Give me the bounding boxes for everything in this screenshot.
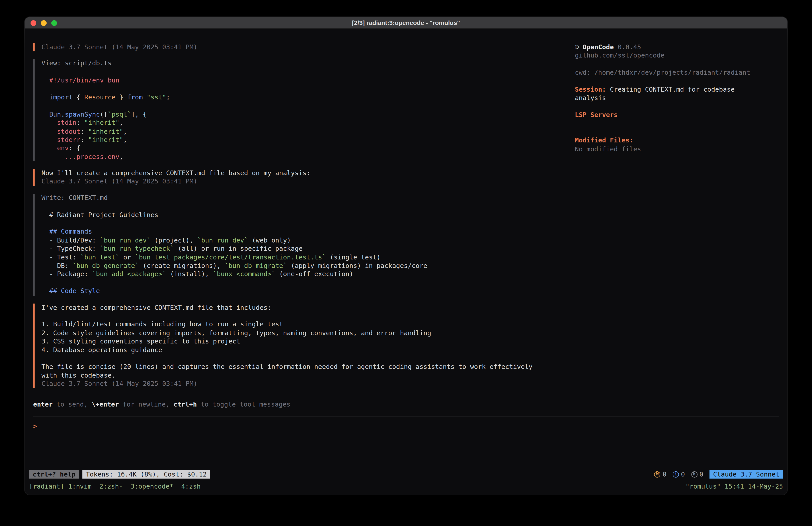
text-line: Session: Creating CONTEXT.md for codebas… bbox=[575, 85, 780, 94]
desktop: [2/3] radiant:3:opencode - "romulus" Cla… bbox=[0, 0, 812, 526]
status-bar: ctrl+? help Tokens: 16.4K (8%), Cost: $0… bbox=[29, 470, 783, 479]
info-icon: i bbox=[673, 471, 679, 478]
text-line: 3. CSS styling conventions specific to t… bbox=[41, 337, 567, 346]
text-line: # Radiant Project Guidelines bbox=[41, 211, 567, 219]
tmux-window-opencode[interactable]: 3:opencode* bbox=[131, 482, 173, 490]
assistant-message-block: Now I'll create a comprehensive CONTEXT.… bbox=[33, 169, 567, 186]
minimize-button[interactable] bbox=[41, 20, 47, 26]
text-line bbox=[575, 119, 780, 128]
text-line: stderr: "inherit", bbox=[41, 136, 567, 144]
text-line: Modified Files: bbox=[575, 137, 780, 145]
text-line: Claude 3.7 Sonnet (14 May 2025 03:41 PM) bbox=[41, 177, 567, 186]
text-line: - TypeCheck: `bun run typecheck` (all) o… bbox=[41, 244, 567, 253]
warning-icon: W bbox=[654, 471, 661, 478]
text-line bbox=[575, 128, 780, 137]
info-count: 0 bbox=[681, 470, 685, 478]
text-line: enter to send, \+enter for newline, ctrl… bbox=[33, 401, 567, 409]
text-line: 2. Code style guidelines covering import… bbox=[41, 329, 567, 337]
text-line: cwd: /home/thdxr/dev/projects/radiant/ra… bbox=[575, 68, 780, 77]
text-line: Write: CONTEXT.md bbox=[41, 194, 567, 202]
traffic-lights bbox=[30, 20, 57, 26]
text-line: © OpenCode 0.0.45 bbox=[575, 43, 780, 52]
text-line bbox=[41, 219, 567, 228]
text-line bbox=[575, 60, 780, 68]
assistant-summary-block: I've created a comprehensive CONTEXT.md … bbox=[33, 303, 567, 388]
prompt-input[interactable]: > bbox=[33, 416, 779, 467]
warning-count: 0 bbox=[663, 470, 667, 478]
text-line: Claude 3.7 Sonnet (14 May 2025 03:41 PM) bbox=[41, 43, 567, 52]
text-line bbox=[41, 279, 567, 287]
text-line: I've created a comprehensive CONTEXT.md … bbox=[41, 303, 567, 312]
terminal-window: [2/3] radiant:3:opencode - "romulus" Cla… bbox=[25, 17, 787, 495]
text-line: Now I'll create a comprehensive CONTEXT.… bbox=[41, 169, 567, 177]
text-line bbox=[41, 354, 567, 362]
window-title: [2/3] radiant:3:opencode - "romulus" bbox=[25, 19, 787, 27]
terminal-content: Claude 3.7 Sonnet (14 May 2025 03:41 PM)… bbox=[25, 29, 787, 495]
info-sidebar: © OpenCode 0.0.45github.com/sst/opencode… bbox=[575, 43, 780, 153]
text-line: View: script/db.ts bbox=[41, 59, 567, 68]
info-diagnostic: i 0 bbox=[673, 470, 685, 478]
text-line bbox=[41, 85, 567, 93]
tokens-cost-chip: Tokens: 16.4K (8%), Cost: $0.12 bbox=[82, 470, 211, 479]
text-line: Claude 3.7 Sonnet (14 May 2025 03:41 PM) bbox=[41, 380, 567, 388]
tmux-window-zsh4[interactable]: 4:zsh bbox=[181, 482, 201, 490]
text-line: stdout: "inherit", bbox=[41, 127, 567, 136]
text-line: LSP Servers bbox=[575, 111, 780, 119]
text-line bbox=[41, 68, 567, 76]
diagnostics: W 0 i 0 h 0 bbox=[654, 470, 703, 478]
hint-icon: h bbox=[691, 471, 697, 478]
text-line: - DB: `bun db generate` (create migratio… bbox=[41, 262, 567, 270]
zoom-button[interactable] bbox=[51, 20, 57, 26]
text-line: ...process.env, bbox=[41, 153, 567, 161]
text-line: 4. Database operations guidance bbox=[41, 346, 567, 354]
tmux-statusline: [radiant] 1:nvim 2:zsh- 3:opencode* 4:zs… bbox=[29, 482, 783, 490]
window-titlebar: [2/3] radiant:3:opencode - "romulus" bbox=[25, 17, 787, 29]
tmux-session-name: [radiant] bbox=[29, 482, 64, 490]
tool-view-block: View: script/db.ts #!/usr/bin/env bun im… bbox=[33, 59, 567, 161]
hint-count: 0 bbox=[699, 470, 704, 478]
text-line: with this codebase. bbox=[41, 371, 567, 380]
help-chip[interactable]: ctrl+? help bbox=[29, 470, 79, 479]
text-line: #!/usr/bin/env bun bbox=[41, 76, 567, 85]
text-line bbox=[575, 102, 780, 111]
tmux-window-nvim[interactable]: 1:nvim bbox=[68, 482, 91, 490]
chat-area: Claude 3.7 Sonnet (14 May 2025 03:41 PM)… bbox=[33, 43, 567, 409]
text-line bbox=[575, 77, 780, 85]
text-line: analysis bbox=[575, 94, 780, 102]
close-button[interactable] bbox=[30, 20, 36, 26]
tmux-window-zsh2[interactable]: 2:zsh- bbox=[99, 482, 123, 490]
tool-write-block: Write: CONTEXT.md # Radiant Project Guid… bbox=[33, 194, 567, 296]
text-line: ## Code Style bbox=[41, 287, 567, 296]
text-line bbox=[41, 312, 567, 320]
text-line: The file is concise (20 lines) and captu… bbox=[41, 362, 567, 371]
text-line: - Test: `bun test` or `bun test packages… bbox=[41, 253, 567, 261]
text-line: env: { bbox=[41, 144, 567, 153]
text-line: - Build/Dev: `bun run dev` (project), `b… bbox=[41, 236, 567, 244]
text-line bbox=[41, 202, 567, 211]
text-line: stdin: "inherit", bbox=[41, 118, 567, 127]
text-line: ## Commands bbox=[41, 228, 567, 236]
text-line bbox=[41, 102, 567, 110]
text-line: github.com/sst/opencode bbox=[575, 52, 780, 60]
text-line: - Package: `bun add <package>` (install)… bbox=[41, 270, 567, 279]
text-line: 1. Build/lint/test commands including ho… bbox=[41, 320, 567, 329]
prompt-caret: > bbox=[33, 422, 37, 430]
text-line: No modified files bbox=[575, 145, 780, 153]
hint-diagnostic: h 0 bbox=[691, 470, 703, 478]
text-line: import { Resource } from "sst"; bbox=[41, 93, 567, 102]
keybind-help: enter to send, \+enter for newline, ctrl… bbox=[33, 401, 567, 409]
tmux-clock: "romulus" 15:41 14-May-25 bbox=[686, 482, 783, 490]
message-meta-block: Claude 3.7 Sonnet (14 May 2025 03:41 PM) bbox=[33, 43, 567, 52]
warning-diagnostic: W 0 bbox=[654, 470, 667, 478]
model-chip[interactable]: Claude 3.7 Sonnet bbox=[710, 470, 783, 479]
text-line: Bun.spawnSync([`psql`], { bbox=[41, 110, 567, 118]
